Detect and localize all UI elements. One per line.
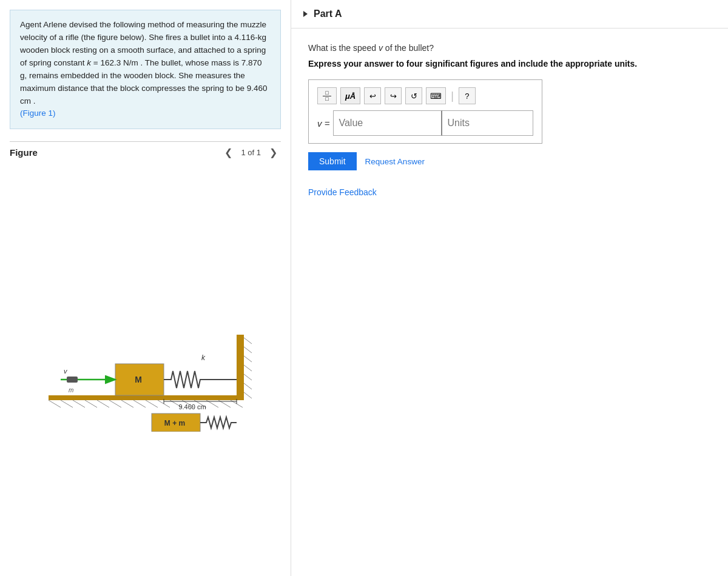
svg-text:9.460 cm: 9.460 cm xyxy=(178,403,206,410)
answer-row: v = xyxy=(317,110,533,136)
svg-text:v: v xyxy=(64,367,68,375)
svg-line-8 xyxy=(133,400,146,407)
svg-text:M: M xyxy=(135,375,142,384)
toolbar: □ □ μÅ ↩ ↪ ↺ ⌨ | xyxy=(317,87,533,104)
submit-button[interactable]: Submit xyxy=(308,152,357,170)
toolbar-separator: | xyxy=(450,90,455,102)
mu-label: μÅ xyxy=(345,92,356,101)
svg-text:M + m: M + m xyxy=(164,419,184,427)
svg-line-6 xyxy=(109,400,121,407)
request-answer-link[interactable]: Request Answer xyxy=(365,157,425,166)
svg-line-23 xyxy=(244,383,252,389)
undo-button[interactable]: ↩ xyxy=(364,87,381,104)
figure-prev-button[interactable]: ❮ xyxy=(221,146,236,159)
right-panel: Part A What is the speed v of the bullet… xyxy=(291,0,728,576)
mu-button[interactable]: μÅ xyxy=(340,87,360,104)
svg-line-19 xyxy=(244,347,252,353)
svg-line-2 xyxy=(61,400,73,407)
svg-rect-17 xyxy=(237,335,244,400)
svg-line-5 xyxy=(97,400,109,407)
svg-rect-30 xyxy=(67,377,78,383)
provide-feedback-link[interactable]: Provide Feedback xyxy=(308,187,377,197)
figure-image: M k v m 9.460 cm xyxy=(10,163,281,566)
actions-row: Submit Request Answer xyxy=(308,152,711,170)
part-title: Part A xyxy=(314,8,342,19)
svg-line-9 xyxy=(146,400,158,407)
question-text: What is the speed v of the bullet? xyxy=(308,43,711,53)
svg-line-7 xyxy=(121,400,133,407)
figure-navigation: ❮ 1 of 1 ❯ xyxy=(221,146,281,159)
svg-line-21 xyxy=(244,365,252,371)
instruction-text: Express your answer to four significant … xyxy=(308,59,711,69)
figure-pagination: 1 of 1 xyxy=(241,148,261,157)
part-header: Part A xyxy=(291,0,728,28)
problem-description: Agent Arlene devised the following metho… xyxy=(10,10,281,129)
svg-line-18 xyxy=(244,338,252,344)
svg-line-1 xyxy=(49,400,61,407)
keyboard-button[interactable]: ⌨ xyxy=(426,87,446,104)
svg-rect-0 xyxy=(49,395,243,400)
left-panel: Agent Arlene devised the following metho… xyxy=(0,0,291,576)
svg-line-4 xyxy=(85,400,97,407)
units-input[interactable] xyxy=(442,110,533,136)
value-input[interactable] xyxy=(333,110,442,136)
figure-label: Figure xyxy=(10,147,38,158)
svg-text:m: m xyxy=(69,387,73,393)
refresh-button[interactable]: ↺ xyxy=(405,87,422,104)
figure-diagram: M k v m 9.460 cm xyxy=(30,298,261,432)
figure-next-button[interactable]: ❯ xyxy=(266,146,281,159)
figure-section: Figure ❮ 1 of 1 ❯ xyxy=(10,136,281,566)
svg-line-22 xyxy=(244,374,252,380)
right-content: What is the speed v of the bullet? Expre… xyxy=(291,28,728,212)
svg-line-3 xyxy=(73,400,85,407)
svg-line-20 xyxy=(244,356,252,362)
v-equals-label: v = xyxy=(317,118,329,129)
answer-box: □ □ μÅ ↩ ↪ ↺ ⌨ | xyxy=(308,79,542,144)
collapse-triangle-icon[interactable] xyxy=(303,11,308,17)
figure-link[interactable]: (Figure 1) xyxy=(20,109,56,118)
svg-line-24 xyxy=(244,392,252,398)
figure-header: Figure ❮ 1 of 1 ❯ xyxy=(10,141,281,163)
svg-text:k: k xyxy=(201,353,206,362)
help-button[interactable]: ? xyxy=(459,87,476,104)
fraction-button[interactable]: □ □ xyxy=(317,87,337,104)
redo-button[interactable]: ↪ xyxy=(385,87,402,104)
